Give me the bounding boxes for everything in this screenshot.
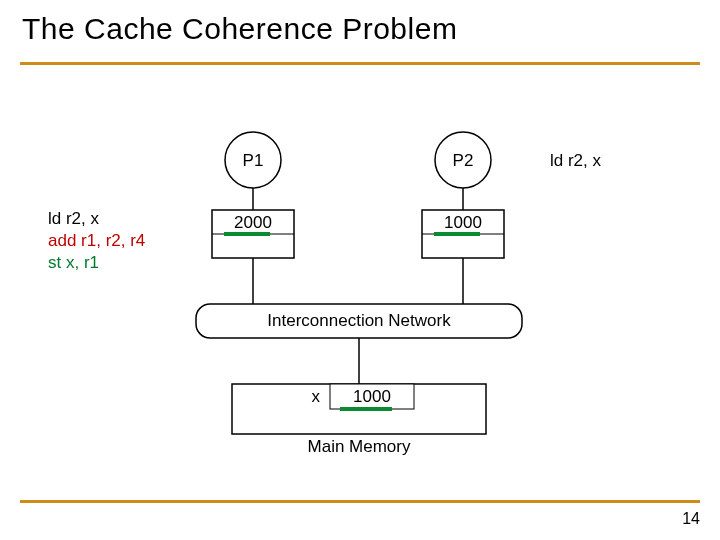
diagram-canvas: P1 P2 2000 1000 Interconnection Network … bbox=[0, 0, 720, 540]
interconnect-label: Interconnection Network bbox=[267, 311, 451, 330]
processor-p1-label: P1 bbox=[243, 151, 264, 170]
main-memory-label: Main Memory bbox=[308, 437, 411, 456]
memory-varname: x bbox=[312, 387, 321, 406]
cache-p2-value: 1000 bbox=[444, 213, 482, 232]
memory-value: 1000 bbox=[353, 387, 391, 406]
cache-p1-value: 2000 bbox=[234, 213, 272, 232]
processor-p2-label: P2 bbox=[453, 151, 474, 170]
